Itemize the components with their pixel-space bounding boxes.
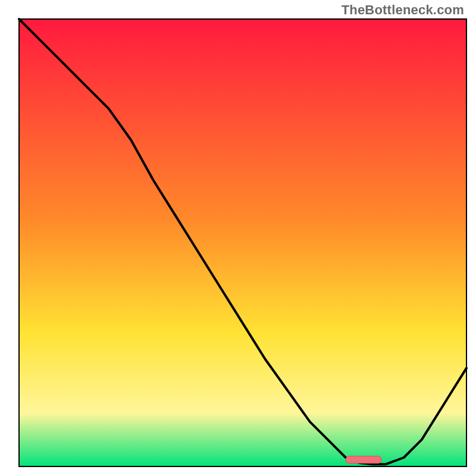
optimal-marker [346, 456, 381, 464]
chart-svg [0, 0, 476, 476]
watermark-text: TheBottleneck.com [342, 2, 464, 18]
chart-root: { "watermark": "TheBottleneck.com", "cha… [0, 0, 476, 476]
